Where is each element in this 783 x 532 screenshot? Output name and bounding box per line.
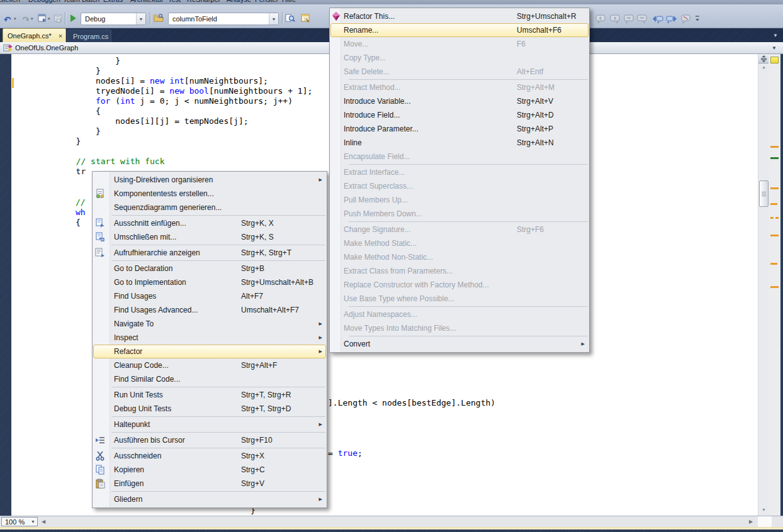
next-comment-icon[interactable]	[609, 14, 621, 24]
add-comment-icon[interactable]	[651, 14, 664, 24]
menu-item-find-similar-code[interactable]: Find Similar Code...	[93, 372, 327, 386]
menu-item-copy-type[interactable]: Copy Type...	[330, 51, 589, 65]
properties-window-icon[interactable]	[300, 13, 311, 24]
find-combo-dropdown-icon[interactable]: ▼	[269, 13, 278, 25]
scroll-right-icon[interactable]: ▶	[749, 519, 753, 524]
menu-item-pull-members-up[interactable]: Pull Members Up...	[330, 193, 589, 207]
vertical-scrollbar-thumb[interactable]	[759, 180, 769, 207]
previous-comment-icon[interactable]	[595, 14, 607, 24]
solution-configuration-combo[interactable]: Debug ▼	[81, 13, 146, 25]
menu-item-inline[interactable]: InlineStrg+Alt+N	[330, 136, 589, 150]
menu-item-change-signature[interactable]: Change Signature...Strg+F6	[330, 223, 589, 236]
menu-item-extract-superclass[interactable]: Extract Superclass...	[330, 179, 589, 193]
vertical-scrollbar[interactable]: ▲ ▼	[758, 54, 769, 516]
menu-item-einf-gen[interactable]: EinfügenStrg+V	[93, 477, 327, 490]
marker-tick[interactable]	[770, 235, 779, 236]
menu-item-move-types-into-matching-files[interactable]: Move Types Into Matching Files...	[330, 321, 589, 335]
menu-item-go-to-implementation[interactable]: Go to ImplementationStrg+Umschalt+Alt+B	[93, 275, 327, 289]
undo-icon[interactable]	[3, 13, 14, 24]
menu-item-move[interactable]: Move...F6	[330, 37, 589, 51]
menu-item-introduce-field[interactable]: Introduce Field...Strg+Alt+D	[330, 108, 589, 122]
menu-item-using-direktiven-organisieren[interactable]: Using-Direktiven organisieren▶	[93, 173, 327, 187]
tab-program[interactable]: Program.cs	[67, 30, 111, 42]
menu-item-rename[interactable]: Rename...Umschalt+F6	[330, 23, 589, 37]
menu-item-refactor[interactable]: Refactor▶	[93, 345, 327, 358]
menu-item-make-method-non-static[interactable]: Make Method Non-Static...	[330, 250, 589, 264]
menu-bar-item-fenster[interactable]: Fenster	[255, 0, 278, 4]
menu-item-find-usages[interactable]: Find UsagesAlt+F7	[93, 289, 327, 303]
redo-icon[interactable]	[20, 13, 31, 24]
menu-item-extract-method[interactable]: Extract Method...Strg+Alt+M	[330, 80, 589, 94]
menu-item-find-usages-advanced[interactable]: Find Usages Advanced...Umschalt+Alt+F7	[93, 303, 327, 317]
menu-bar-item-extras[interactable]: Extras	[103, 0, 123, 4]
undo-dropdown-icon[interactable]: ▾	[14, 16, 16, 21]
menu-item-safe-delete[interactable]: Safe Delete...Alt+Entf	[330, 65, 589, 79]
marker-tick[interactable]	[770, 187, 779, 189]
menu-item-introduce-variable[interactable]: Introduce Variable...Strg+Alt+V	[330, 94, 589, 108]
menu-bar-item-team[interactable]: Team	[63, 0, 80, 4]
find-in-files-icon[interactable]	[284, 13, 296, 24]
resharper-marker-bar[interactable]	[769, 54, 780, 516]
menu-item-push-members-down[interactable]: Push Members Down...	[330, 207, 589, 221]
menu-item-extract-class-from-parameters[interactable]: Extract Class from Parameters...	[330, 264, 589, 278]
navigate-window-icon[interactable]	[37, 13, 48, 24]
navigate-window-dropdown-icon[interactable]: ▾	[48, 16, 50, 21]
tab-close-icon[interactable]: ×	[55, 32, 65, 40]
save-all-icon[interactable]	[53, 13, 64, 24]
marker-tick[interactable]	[770, 203, 777, 205]
menu-item-convert[interactable]: Convert▶	[330, 337, 589, 351]
menu-item-replace-constructor-with-factory-method[interactable]: Replace Constructor with Factory Method.…	[330, 278, 589, 292]
menu-item-gliedern[interactable]: Gliedern▶	[93, 492, 327, 506]
menu-item-ausf-hren-bis-cursor[interactable]: Ausführen bis CursorStrg+F10	[93, 433, 327, 447]
solution-configuration-dropdown-icon[interactable]: ▼	[136, 13, 145, 25]
start-debugging-icon[interactable]	[67, 13, 79, 24]
zoom-control[interactable]: 100 % ▼	[1, 517, 38, 526]
menu-bar-item-analyse[interactable]: Analyse	[227, 0, 251, 4]
menu-bar-item-architektur[interactable]: Architektur	[130, 0, 164, 4]
menu-item-inspect[interactable]: Inspect▶	[93, 331, 327, 345]
close-review-icon[interactable]	[680, 14, 692, 24]
send-comment-icon[interactable]	[665, 14, 678, 24]
menu-item-ausschnitt-einf-gen[interactable]: Ausschnitt einfügen...Strg+K, X	[93, 216, 327, 230]
menu-item-adjust-namespaces[interactable]: Adjust Namespaces...	[330, 308, 589, 321]
tab-list-dropdown-icon[interactable]: ▼	[773, 33, 778, 38]
splitter-handle[interactable]	[758, 54, 769, 64]
menu-item-go-to-declaration[interactable]: Go to DeclarationStrg+B	[93, 262, 327, 275]
menu-item-extract-interface[interactable]: Extract Interface...	[330, 165, 589, 179]
menu-item-run-unit-tests[interactable]: Run Unit TestsStrg+T, Strg+R	[93, 388, 327, 402]
menu-item-kopieren[interactable]: KopierenStrg+C	[93, 463, 327, 477]
zoom-dropdown-icon[interactable]: ▼	[29, 519, 37, 524]
tab-onegraph[interactable]: OneGraph.cs* ×	[3, 28, 66, 42]
resharper-status-indicator[interactable]	[770, 57, 779, 64]
menu-bar-item-stellen[interactable]: stellen	[0, 0, 20, 4]
breadcrumb-dropdown-icon[interactable]: ▼	[772, 45, 777, 51]
marker-tick[interactable]	[770, 263, 777, 265]
menu-item-introduce-parameter[interactable]: Introduce Parameter...Strg+Alt+P	[330, 122, 589, 136]
menu-item-cleanup-code[interactable]: Cleanup Code...Strg+Alt+F	[93, 358, 327, 372]
find-in-solution-icon[interactable]	[153, 13, 164, 24]
menu-item-umschlie-en-mit[interactable]: Umschließen mit...Strg+K, S	[93, 230, 327, 244]
scroll-left-icon[interactable]: ◀	[42, 519, 45, 524]
menu-item-debug-unit-tests[interactable]: Debug Unit TestsStrg+T, Strg+D	[93, 402, 327, 416]
toolbar-overflow-icon[interactable]	[694, 14, 701, 24]
menu-item-refactor-this[interactable]: Refactor This...Strg+Umschalt+R	[330, 9, 589, 23]
redo-dropdown-icon[interactable]: ▾	[31, 16, 33, 21]
marker-tick[interactable]	[770, 217, 779, 219]
menu-bar-item-debuggen[interactable]: Debuggen	[28, 0, 60, 4]
menu-item-make-method-static[interactable]: Make Method Static...	[330, 236, 589, 250]
menu-item-navigate-to[interactable]: Navigate To▶	[93, 317, 327, 331]
menu-item-use-base-type-where-possible[interactable]: Use Base Type where Possible...	[330, 292, 589, 306]
menu-bar-item-batch[interactable]: Batch	[82, 0, 99, 4]
marker-tick[interactable]	[770, 286, 779, 288]
menu-item-sequenzdiagramm-generieren[interactable]: Sequenzdiagramm generieren...	[93, 201, 327, 214]
menu-item-encapsulate-field[interactable]: Encapsulate Field...	[330, 150, 589, 163]
marker-tick[interactable]	[770, 157, 779, 159]
scroll-up-icon[interactable]: ▲	[758, 65, 769, 69]
menu-item-komponententests-erstellen[interactable]: Komponententests erstellen...	[93, 187, 327, 201]
menu-item-ausschneiden[interactable]: AusschneidenStrg+X	[93, 449, 327, 463]
menu-item-haltepunkt[interactable]: Haltepunkt▶	[93, 418, 327, 431]
next-comment-same-file-icon[interactable]	[636, 14, 648, 24]
marker-tick[interactable]	[770, 146, 779, 148]
previous-comment-same-file-icon[interactable]	[623, 14, 636, 24]
menu-item-aufrufhierarchie-anzeigen[interactable]: Aufrufhierarchie anzeigenStrg+K, Strg+T	[93, 246, 327, 260]
